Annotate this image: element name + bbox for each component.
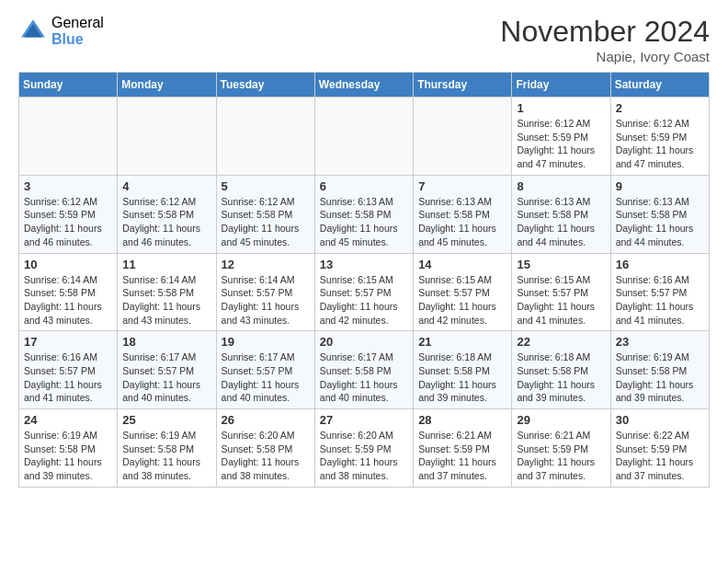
calendar-cell: 28Sunrise: 6:21 AM Sunset: 5:59 PM Dayli… bbox=[414, 409, 512, 488]
day-info: Sunrise: 6:12 AM Sunset: 5:59 PM Dayligh… bbox=[24, 195, 112, 249]
calendar-cell: 1Sunrise: 6:12 AM Sunset: 5:59 PM Daylig… bbox=[512, 98, 610, 176]
calendar-cell: 25Sunrise: 6:19 AM Sunset: 5:58 PM Dayli… bbox=[118, 409, 216, 488]
weekday-header: Wednesday bbox=[314, 73, 413, 98]
week-row: 24Sunrise: 6:19 AM Sunset: 5:58 PM Dayli… bbox=[19, 409, 710, 488]
day-info: Sunrise: 6:16 AM Sunset: 5:57 PM Dayligh… bbox=[616, 273, 704, 327]
calendar-cell bbox=[414, 98, 512, 176]
calendar-cell: 19Sunrise: 6:17 AM Sunset: 5:57 PM Dayli… bbox=[216, 331, 314, 409]
calendar-cell: 26Sunrise: 6:20 AM Sunset: 5:58 PM Dayli… bbox=[216, 409, 314, 488]
weekday-header: Monday bbox=[118, 73, 216, 98]
calendar-cell: 10Sunrise: 6:14 AM Sunset: 5:58 PM Dayli… bbox=[19, 253, 118, 331]
week-row: 17Sunrise: 6:16 AM Sunset: 5:57 PM Dayli… bbox=[19, 331, 710, 409]
day-info: Sunrise: 6:15 AM Sunset: 5:57 PM Dayligh… bbox=[418, 273, 506, 327]
calendar-cell: 14Sunrise: 6:15 AM Sunset: 5:57 PM Dayli… bbox=[414, 253, 512, 331]
calendar-cell: 4Sunrise: 6:12 AM Sunset: 5:58 PM Daylig… bbox=[118, 175, 216, 253]
day-info: Sunrise: 6:18 AM Sunset: 5:58 PM Dayligh… bbox=[517, 350, 605, 405]
calendar-cell: 5Sunrise: 6:12 AM Sunset: 5:58 PM Daylig… bbox=[216, 175, 314, 253]
day-info: Sunrise: 6:18 AM Sunset: 5:58 PM Dayligh… bbox=[418, 350, 506, 405]
week-row: 1Sunrise: 6:12 AM Sunset: 5:59 PM Daylig… bbox=[19, 98, 710, 176]
logo: General Blue bbox=[18, 15, 104, 47]
day-info: Sunrise: 6:17 AM Sunset: 5:57 PM Dayligh… bbox=[222, 350, 310, 405]
day-info: Sunrise: 6:15 AM Sunset: 5:57 PM Dayligh… bbox=[320, 273, 408, 327]
day-number: 4 bbox=[122, 179, 210, 193]
day-info: Sunrise: 6:12 AM Sunset: 5:58 PM Dayligh… bbox=[222, 195, 310, 249]
calendar-cell: 18Sunrise: 6:17 AM Sunset: 5:57 PM Dayli… bbox=[118, 331, 216, 409]
month-title: November 2024 bbox=[500, 15, 710, 49]
day-info: Sunrise: 6:12 AM Sunset: 5:59 PM Dayligh… bbox=[616, 117, 704, 171]
calendar-cell: 29Sunrise: 6:21 AM Sunset: 5:59 PM Dayli… bbox=[512, 409, 610, 488]
day-info: Sunrise: 6:22 AM Sunset: 5:59 PM Dayligh… bbox=[616, 429, 704, 483]
day-number: 27 bbox=[320, 413, 408, 427]
calendar-table: SundayMondayTuesdayWednesdayThursdayFrid… bbox=[18, 72, 710, 488]
day-info: Sunrise: 6:12 AM Sunset: 5:58 PM Dayligh… bbox=[122, 195, 210, 249]
day-number: 20 bbox=[320, 335, 408, 349]
calendar-cell: 27Sunrise: 6:20 AM Sunset: 5:59 PM Dayli… bbox=[314, 409, 413, 488]
day-info: Sunrise: 6:14 AM Sunset: 5:58 PM Dayligh… bbox=[122, 273, 210, 327]
day-info: Sunrise: 6:19 AM Sunset: 5:58 PM Dayligh… bbox=[616, 350, 704, 405]
logo-text: General Blue bbox=[51, 15, 104, 47]
calendar-cell: 2Sunrise: 6:12 AM Sunset: 5:59 PM Daylig… bbox=[610, 98, 709, 176]
day-info: Sunrise: 6:19 AM Sunset: 5:58 PM Dayligh… bbox=[122, 429, 210, 483]
day-number: 9 bbox=[616, 179, 704, 193]
day-number: 14 bbox=[418, 258, 506, 271]
day-number: 25 bbox=[122, 413, 210, 427]
weekday-header: Tuesday bbox=[216, 73, 314, 98]
day-info: Sunrise: 6:13 AM Sunset: 5:58 PM Dayligh… bbox=[320, 195, 408, 249]
day-info: Sunrise: 6:17 AM Sunset: 5:57 PM Dayligh… bbox=[122, 350, 210, 405]
logo-icon bbox=[18, 17, 48, 46]
day-number: 2 bbox=[616, 101, 704, 115]
calendar-cell: 21Sunrise: 6:18 AM Sunset: 5:58 PM Dayli… bbox=[414, 331, 512, 409]
day-number: 22 bbox=[517, 335, 605, 349]
day-info: Sunrise: 6:21 AM Sunset: 5:59 PM Dayligh… bbox=[517, 429, 605, 483]
day-number: 19 bbox=[222, 335, 310, 349]
day-number: 13 bbox=[320, 258, 408, 271]
day-number: 8 bbox=[517, 179, 605, 193]
day-info: Sunrise: 6:13 AM Sunset: 5:58 PM Dayligh… bbox=[616, 195, 704, 249]
calendar-cell: 12Sunrise: 6:14 AM Sunset: 5:57 PM Dayli… bbox=[216, 253, 314, 331]
day-number: 12 bbox=[222, 258, 310, 271]
day-number: 30 bbox=[616, 413, 704, 427]
calendar-cell: 30Sunrise: 6:22 AM Sunset: 5:59 PM Dayli… bbox=[610, 409, 709, 488]
week-row: 3Sunrise: 6:12 AM Sunset: 5:59 PM Daylig… bbox=[19, 175, 710, 253]
weekday-header: Saturday bbox=[610, 73, 709, 98]
calendar-cell: 16Sunrise: 6:16 AM Sunset: 5:57 PM Dayli… bbox=[610, 253, 709, 331]
calendar-cell: 13Sunrise: 6:15 AM Sunset: 5:57 PM Dayli… bbox=[314, 253, 413, 331]
day-info: Sunrise: 6:19 AM Sunset: 5:58 PM Dayligh… bbox=[24, 429, 112, 483]
day-number: 23 bbox=[616, 335, 704, 349]
day-number: 3 bbox=[24, 179, 112, 193]
title-area: November 2024 Napie, Ivory Coast bbox=[500, 15, 710, 64]
day-info: Sunrise: 6:14 AM Sunset: 5:57 PM Dayligh… bbox=[222, 273, 310, 327]
calendar-cell: 8Sunrise: 6:13 AM Sunset: 5:58 PM Daylig… bbox=[512, 175, 610, 253]
day-number: 24 bbox=[24, 413, 112, 427]
day-info: Sunrise: 6:16 AM Sunset: 5:57 PM Dayligh… bbox=[24, 350, 112, 405]
weekday-header: Thursday bbox=[414, 73, 512, 98]
day-info: Sunrise: 6:15 AM Sunset: 5:57 PM Dayligh… bbox=[517, 273, 605, 327]
calendar-cell bbox=[314, 98, 413, 176]
day-info: Sunrise: 6:21 AM Sunset: 5:59 PM Dayligh… bbox=[418, 429, 506, 483]
weekday-header: Sunday bbox=[19, 73, 118, 98]
day-number: 18 bbox=[122, 335, 210, 349]
day-number: 5 bbox=[222, 179, 310, 193]
calendar-cell bbox=[118, 98, 216, 176]
location-title: Napie, Ivory Coast bbox=[500, 49, 710, 64]
day-number: 1 bbox=[517, 101, 605, 115]
day-info: Sunrise: 6:13 AM Sunset: 5:58 PM Dayligh… bbox=[517, 195, 605, 249]
calendar-cell: 17Sunrise: 6:16 AM Sunset: 5:57 PM Dayli… bbox=[19, 331, 118, 409]
day-number: 29 bbox=[517, 413, 605, 427]
week-row: 10Sunrise: 6:14 AM Sunset: 5:58 PM Dayli… bbox=[19, 253, 710, 331]
day-number: 21 bbox=[418, 335, 506, 349]
page-header: General Blue November 2024 Napie, Ivory … bbox=[18, 15, 710, 64]
calendar-cell: 22Sunrise: 6:18 AM Sunset: 5:58 PM Dayli… bbox=[512, 331, 610, 409]
weekday-header: Friday bbox=[512, 73, 610, 98]
day-number: 16 bbox=[616, 258, 704, 271]
calendar-cell bbox=[19, 98, 118, 176]
logo-blue: Blue bbox=[51, 31, 104, 48]
calendar-cell: 11Sunrise: 6:14 AM Sunset: 5:58 PM Dayli… bbox=[118, 253, 216, 331]
calendar-cell: 15Sunrise: 6:15 AM Sunset: 5:57 PM Dayli… bbox=[512, 253, 610, 331]
logo-general: General bbox=[51, 15, 104, 31]
calendar-cell: 24Sunrise: 6:19 AM Sunset: 5:58 PM Dayli… bbox=[19, 409, 118, 488]
day-info: Sunrise: 6:12 AM Sunset: 5:59 PM Dayligh… bbox=[517, 117, 605, 171]
day-number: 7 bbox=[418, 179, 506, 193]
day-info: Sunrise: 6:20 AM Sunset: 5:59 PM Dayligh… bbox=[320, 429, 408, 483]
calendar-cell: 9Sunrise: 6:13 AM Sunset: 5:58 PM Daylig… bbox=[610, 175, 709, 253]
